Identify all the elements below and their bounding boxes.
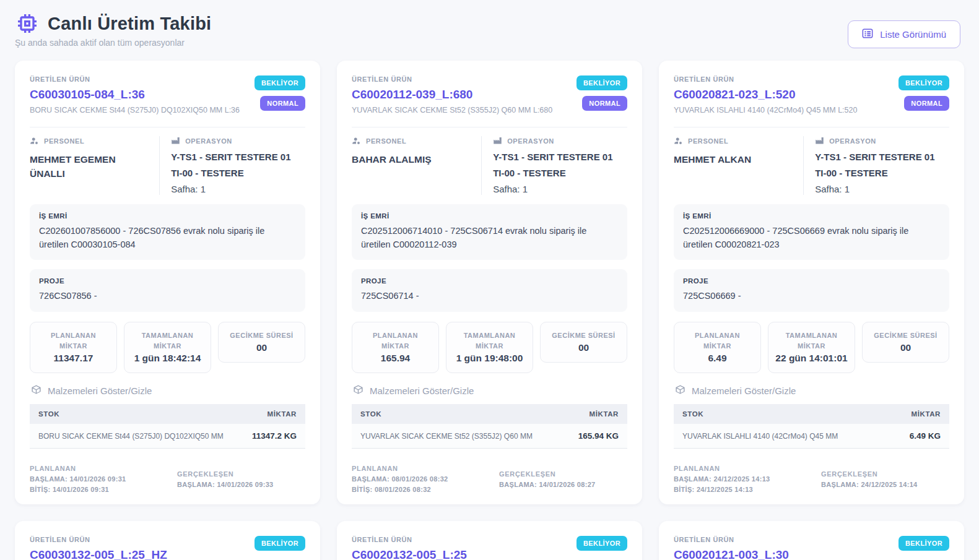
planned-qty-label: PLANLANAN MİKTAR [362,330,429,351]
actual-label: GERÇEKLEŞEN [499,470,627,478]
page-header: Canlı Üretim Takibi Şu anda sahada aktif… [0,0,979,61]
personnel-section: PERSONEL MEHMET ALKAN [674,136,803,195]
planned-start-line: BAŞLAMA: 24/12/2025 14:13 [674,475,821,483]
materials-table: STOK MİKTAR YUVARLAK ISLAHLI 4140 (42CrM… [674,404,949,449]
planned-end-line: BİTİŞ: 14/01/2026 09:31 [30,486,177,493]
operation-section: OPERASYON Y-TS1 - SERIT TESTERE 01 TI-00… [803,136,949,195]
stock-name: YUVARLAK SICAK CEKME St52 (S355J2) Q60 M… [360,432,537,441]
actual-start-line: BAŞLAMA: 14/01/2026 08:27 [499,481,627,488]
actual-start-line: BAŞLAMA: 14/01/2026 09:33 [177,481,305,488]
product-info: ÜRETİLEN ÜRÜN C60020121-003_L:30 [674,536,789,560]
materials-table-header: STOK MİKTAR [674,404,949,424]
production-card-partial: ÜRETİLEN ÜRÜN C60020121-003_L:30 BEKLİYO… [659,521,964,560]
table-row: BORU SICAK CEKME St44 (S275J0) DQ102XIQ5… [30,424,305,449]
actual-dates: GERÇEKLEŞEN BAŞLAMA: 24/12/2025 14:14 [821,470,949,493]
chip-icon [15,11,40,36]
table-row: YUVARLAK ISLAHLI 4140 (42CrMo4) Q45 MM 6… [674,424,949,449]
list-view-button[interactable]: Liste Görünümü [848,20,960,48]
operation-label: OPERASYON [507,137,554,145]
work-order-label: İŞ EMRİ [39,212,296,220]
qty-column-header: MİKTAR [268,410,297,418]
operation-stage: Safha: 1 [815,184,949,195]
status-badge-waiting: BEKLİYOR [255,75,305,90]
stats-row: PLANLANAN MİKTAR 6.49 TAMAMLANAN MİKTAR … [674,322,949,373]
materials-toggle[interactable]: Malzemeleri Göster/Gizle [353,384,627,397]
planned-dates: PLANLANAN BAŞLAMA: 14/01/2026 09:31 BİTİ… [30,465,177,493]
package-icon [353,384,363,397]
personnel-name: BAHAR ALALMIŞ [352,152,474,166]
completed-qty-value: 22 gün 14:01:01 [772,353,851,364]
planned-qty-value: 6.49 [678,353,757,364]
personnel-label: PERSONEL [366,137,406,145]
production-card-partial: ÜRETİLEN ÜRÜN C60030132-005_L:25_HZ BEKL… [15,521,320,560]
project-value: 726CS07856 - [39,289,296,303]
factory-icon [815,136,824,147]
completed-qty-value: 1 gün 19:48:00 [450,353,529,364]
header-left: Canlı Üretim Takibi Şu anda sahada aktif… [15,11,211,48]
status-badges: BEKLİYOR [255,536,305,551]
product-code-link[interactable]: C60020121-003_L:30 [674,548,789,560]
person-icon [352,136,361,147]
project-label: PROJE [39,277,296,285]
page-subtitle: Şu anda sahada aktif olan tüm operasyonl… [15,38,211,48]
status-badges: BEKLİYOR [577,536,627,551]
work-order-box: İŞ EMRİ C202512006714010 - 725CS06714 ev… [352,204,627,261]
completed-qty-label: TAMAMLANAN MİKTAR [456,330,523,351]
product-description: BORU SICAK CEKME St44 (S275J0) DQ102XIQ5… [30,105,240,116]
actual-dates: GERÇEKLEŞEN BAŞLAMA: 14/01/2026 09:33 [177,470,305,493]
completed-qty-label: TAMAMLANAN MİKTAR [134,330,201,351]
delay-label: GECİKME SÜRESİ [550,330,617,341]
product-label: ÜRETİLEN ÜRÜN [674,536,789,543]
materials-toggle-label: Malzemeleri Göster/Gizle [692,386,796,396]
materials-toggle-label: Malzemeleri Göster/Gizle [48,386,152,396]
completed-qty-stat: TAMAMLANAN MİKTAR 1 gün 19:48:00 [446,322,533,373]
personnel-name: MEHMET ALKAN [674,152,796,166]
personnel-label: PERSONEL [44,137,84,145]
product-code-link[interactable]: C60030132-005_L:25_HZ [30,548,167,560]
actual-dates: GERÇEKLEŞEN BAŞLAMA: 14/01/2026 08:27 [499,470,627,493]
cards-grid-row2: ÜRETİLEN ÜRÜN C60030132-005_L:25_HZ BEKL… [0,521,979,560]
cards-grid: ÜRETİLEN ÜRÜN C60030105-084_L:36 BORU SI… [0,61,979,504]
status-badge-waiting: BEKLİYOR [577,536,627,551]
work-order-value: C202512006714010 - 725CS06714 evrak nolu… [361,224,618,252]
product-code-link[interactable]: C60020132-005_L:25 [352,548,467,560]
operation-label: OPERASYON [829,137,876,145]
operation-stage: Safha: 1 [493,184,627,195]
stock-column-header: STOK [38,410,59,418]
personnel-name: MEHMET EGEMEN ÜNALLI [30,152,152,181]
planned-label: PLANLANAN [352,465,499,472]
stats-row: PLANLANAN MİKTAR 11347.17 TAMAMLANAN MİK… [30,322,305,373]
product-label: ÜRETİLEN ÜRÜN [30,75,240,83]
stats-row: PLANLANAN MİKTAR 165.94 TAMAMLANAN MİKTA… [352,322,627,373]
list-view-icon [862,28,873,41]
product-code-link[interactable]: C60020821-023_L:520 [674,88,796,101]
product-description: YUVARLAK ISLAHLI 4140 (42CrMo4) Q45 MM L… [674,105,857,116]
package-icon [675,384,685,397]
planned-end-line: BİTİŞ: 08/01/2026 08:32 [352,486,499,493]
priority-badge-normal: NORMAL [904,96,949,111]
planned-start-line: BAŞLAMA: 08/01/2026 08:32 [352,475,499,483]
actual-label: GERÇEKLEŞEN [821,470,949,478]
product-code-link[interactable]: C60030105-084_L:36 [30,88,145,101]
product-label: ÜRETİLEN ÜRÜN [30,536,167,543]
status-badges: BEKLİYOR NORMAL [899,75,949,111]
planned-label: PLANLANAN [30,465,177,472]
work-order-box: İŞ EMRİ C202601007856000 - 726CS07856 ev… [30,204,305,261]
operation-stage: Safha: 1 [171,184,305,195]
factory-icon [171,136,180,147]
stock-column-header: STOK [682,410,703,418]
status-badges: BEKLİYOR NORMAL [577,75,627,111]
production-card: ÜRETİLEN ÜRÜN C60020821-023_L:520 YUVARL… [659,61,964,504]
materials-toggle[interactable]: Malzemeleri Göster/Gizle [31,384,305,397]
product-code-link[interactable]: C60020112-039_L:680 [352,88,472,101]
planned-end-line: BİTİŞ: 24/12/2025 14:13 [674,486,821,493]
work-order-label: İŞ EMRİ [361,212,618,220]
card-footer: PLANLANAN BAŞLAMA: 08/01/2026 08:32 BİTİ… [352,449,627,493]
stock-name: YUVARLAK ISLAHLI 4140 (42CrMo4) Q45 MM [682,432,843,441]
status-badge-waiting: BEKLİYOR [899,75,949,90]
delay-label: GECİKME SÜRESİ [872,330,939,341]
product-label: ÜRETİLEN ÜRÜN [674,75,857,83]
materials-toggle[interactable]: Malzemeleri Göster/Gizle [675,384,949,397]
stock-column-header: STOK [360,410,381,418]
product-info: ÜRETİLEN ÜRÜN C60030105-084_L:36 BORU SI… [30,75,240,116]
